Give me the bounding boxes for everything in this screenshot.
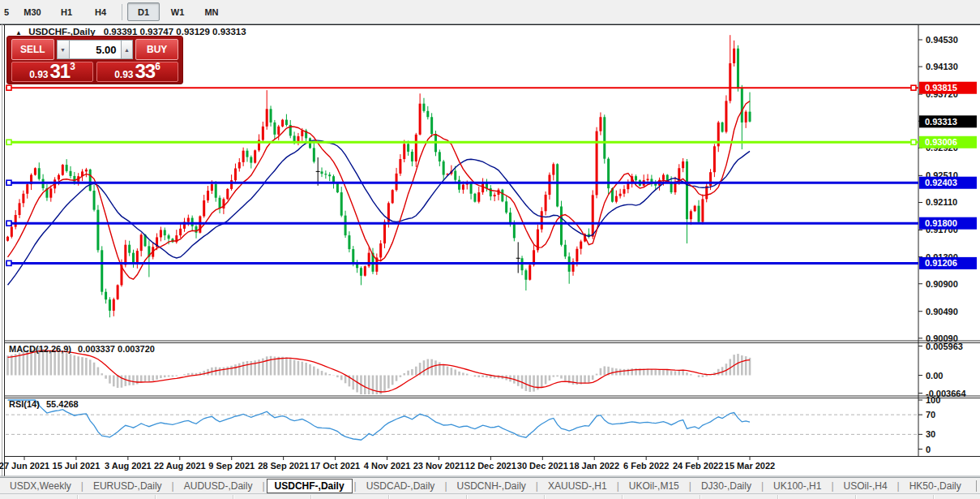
- chart-tab-usdcad[interactable]: USDCAD-,Daily: [357, 480, 445, 493]
- candle-body: [379, 243, 382, 257]
- candle-body: [211, 184, 213, 191]
- candle-body: [430, 117, 433, 134]
- candle-body: [238, 162, 241, 169]
- timeframe-button-5[interactable]: 5: [0, 2, 15, 21]
- candle-body: [226, 189, 229, 199]
- ma-fast-line: [8, 101, 751, 280]
- level-handle[interactable]: [6, 260, 11, 265]
- level-price-badge-label: 0.91206: [925, 258, 957, 268]
- timeframe-button-d1[interactable]: D1: [127, 2, 160, 21]
- sell-button[interactable]: SELL: [11, 39, 54, 60]
- chart-tab-usdchf[interactable]: USDCHF-,Daily: [267, 479, 353, 493]
- chart-tab-dj30[interactable]: DJ30-,Daily: [691, 480, 761, 493]
- level-handle[interactable]: [6, 221, 11, 226]
- price-axis-label: 0.90490: [926, 307, 958, 316]
- candle-body: [254, 150, 256, 162]
- chart-tab-usoil[interactable]: USOil-,H4: [834, 480, 897, 493]
- candle-body: [348, 235, 350, 249]
- candle-body: [101, 250, 103, 291]
- candle-body: [399, 159, 401, 174]
- candle-body: [454, 171, 456, 180]
- status-bar-seam: [466, 495, 468, 499]
- level-handle[interactable]: [911, 85, 916, 90]
- candle-body: [81, 171, 83, 176]
- candle-body: [187, 218, 190, 222]
- chart-tab-ukoil[interactable]: UKOil-,M15: [619, 480, 689, 493]
- level-handle[interactable]: [6, 180, 11, 185]
- candle-body: [501, 190, 503, 201]
- timeframe-button-h1[interactable]: H1: [50, 2, 83, 21]
- candle-body: [447, 174, 449, 174]
- candle-body: [89, 170, 92, 191]
- buy-button[interactable]: BUY: [135, 39, 178, 60]
- candle-body: [623, 189, 625, 194]
- candle-body: [281, 120, 284, 127]
- candle-body: [96, 210, 99, 251]
- candle-body: [38, 168, 41, 179]
- candle-body: [411, 152, 413, 161]
- candle-body: [674, 182, 676, 192]
- chart-tab-hk50[interactable]: HK50-,Daily: [900, 480, 971, 493]
- chart-left-border: [4, 24, 5, 476]
- volume-decrease-button[interactable]: ▼: [57, 40, 70, 59]
- candle-body: [128, 245, 131, 253]
- candle-body: [647, 179, 649, 180]
- candle-body: [42, 179, 45, 188]
- candle-body: [234, 169, 237, 181]
- candle-body: [11, 227, 13, 237]
- candle-body: [650, 179, 653, 183]
- timeframe-button-h4[interactable]: H4: [84, 2, 117, 21]
- candle-body: [529, 265, 531, 280]
- sell-price-display[interactable]: 0.93 31 3: [11, 62, 93, 82]
- mt4-terminal-window: { "toolbar": { "timeframes": [ {"label":…: [0, 0, 980, 499]
- status-bar-seam: [310, 495, 312, 499]
- timeframe-button-w1[interactable]: W1: [161, 2, 194, 21]
- candle-body: [490, 188, 492, 196]
- candle-body: [486, 183, 488, 188]
- candle-body: [611, 188, 614, 202]
- level-handle[interactable]: [911, 140, 916, 144]
- candle-body: [140, 234, 143, 251]
- candle-body: [262, 127, 264, 140]
- chart-tab-audusd[interactable]: AUDUSD-,Daily: [174, 480, 263, 493]
- volume-input[interactable]: [70, 40, 121, 59]
- candle-body: [462, 185, 464, 190]
- rsi-line: [8, 400, 751, 440]
- candle-body: [422, 104, 425, 111]
- candle-body: [301, 131, 303, 136]
- chart-tab-eurusd[interactable]: EURUSD-,Daily: [83, 480, 172, 493]
- level-handle[interactable]: [6, 140, 11, 144]
- level-price-badge: [919, 257, 977, 269]
- level-handle[interactable]: [6, 85, 11, 90]
- timeframe-button-mn[interactable]: MN: [195, 2, 228, 21]
- candle-body: [364, 266, 366, 276]
- timeframe-button-m30[interactable]: M30: [16, 2, 49, 21]
- chart-tab-xauusd[interactable]: XAUUSD-,H1: [538, 480, 617, 493]
- candle-body: [77, 176, 79, 182]
- candle-body: [698, 206, 700, 222]
- status-bar-seam: [622, 495, 623, 499]
- chart-tab-uk100[interactable]: UK100-,H1: [764, 480, 831, 493]
- price-axis-label: 0.90900: [926, 279, 958, 289]
- date-axis-label: 24 Feb 2022: [673, 461, 723, 471]
- date-axis-label: 18 Jan 2022: [569, 461, 619, 471]
- candle-body: [250, 157, 252, 163]
- candle-body: [191, 218, 194, 226]
- candle-body: [666, 175, 669, 183]
- candle-body: [270, 109, 272, 123]
- volume-increase-button[interactable]: ▲: [121, 40, 134, 59]
- status-bar-seam: [77, 495, 79, 499]
- candle-body: [576, 249, 578, 262]
- candle-body: [383, 222, 386, 244]
- candle-body: [541, 211, 543, 229]
- chart-tab-usdx[interactable]: USDX,Weekly: [0, 480, 81, 493]
- candle-body: [313, 148, 315, 161]
- buy-price-display[interactable]: 0.93 33 6: [96, 62, 178, 82]
- candle-body: [725, 101, 727, 131]
- price-axis-label: 0.91300: [926, 252, 958, 262]
- candle-body: [607, 159, 610, 188]
- status-bar-seam: [544, 495, 546, 499]
- candle-body: [246, 151, 248, 157]
- chart-tab-usdcnh[interactable]: USDCNH-,Daily: [447, 480, 536, 493]
- date-axis-label: 15 Jul 2021: [53, 461, 101, 471]
